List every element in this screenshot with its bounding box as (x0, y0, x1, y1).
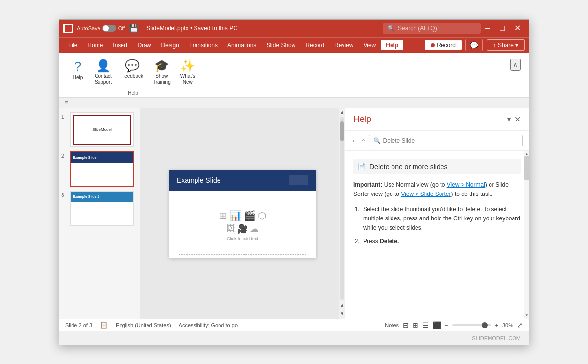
help-header: Help ▾ ✕ (345, 108, 529, 131)
slide-thumb-2: 2 Example Slide (61, 151, 138, 187)
slide-canvas[interactable]: Example Slide ⊞ 📊 🎬 ⬡ 🖼 (169, 170, 316, 258)
canvas-scroll-up-button[interactable]: ▲ (339, 108, 345, 116)
presenter-view-icon[interactable]: ⬛ (433, 321, 441, 329)
menu-bar-right: Record 💬 ↑ Share ▾ (425, 39, 525, 51)
help-header-controls: ▾ ✕ (507, 115, 521, 124)
ribbon-btn-help[interactable]: ? Help (67, 57, 89, 87)
slide-info: Slide 2 of 3 (65, 322, 92, 328)
help-close-button[interactable]: ✕ (514, 115, 521, 124)
zoom-thumb (482, 322, 488, 328)
notes-button[interactable]: Notes (385, 322, 399, 328)
zoom-in-icon[interactable]: + (495, 322, 498, 328)
search-input[interactable] (398, 25, 476, 32)
help-search-input[interactable] (383, 137, 518, 144)
fit-slide-icon[interactable]: ⤢ (517, 321, 523, 329)
menu-draw[interactable]: Draw (132, 40, 156, 50)
slide-preview-3[interactable]: Example Slide 2 (70, 191, 134, 226)
help-home-button[interactable]: ⌂ (361, 137, 365, 145)
zoom-slider[interactable] (452, 324, 491, 326)
view-sorter-link[interactable]: View > Slide Sorter (401, 191, 451, 197)
menu-help[interactable]: Help (381, 40, 403, 50)
help-search-box[interactable]: 🔍 (369, 135, 523, 146)
ribbon: ? Help 👤 ContactSupport 💬 Feedback � (59, 53, 529, 98)
canvas-scroll-down-button[interactable]: ▼ (339, 310, 345, 317)
help-body-text: Important: Use Normal view (go to View >… (353, 180, 521, 199)
ribbon-group-label: Help (128, 89, 138, 96)
ribbon-btn-whatsnew[interactable]: ✨ What'sNew (176, 57, 199, 87)
table-icon: ⊞ (219, 210, 227, 221)
normal-view-icon[interactable]: ⊟ (403, 321, 409, 329)
ribbon-content: ? Help 👤 ContactSupport 💬 Feedback � (67, 57, 199, 96)
zoom-out-icon[interactable]: − (445, 322, 448, 328)
menu-review[interactable]: Review (329, 40, 358, 50)
menu-design[interactable]: Design (156, 40, 184, 50)
maximize-button[interactable]: □ (496, 22, 509, 35)
share-button[interactable]: ↑ Share ▾ (487, 39, 525, 51)
search-icon: 🔍 (388, 25, 395, 32)
help-search-bar: ← ⌂ 🔍 (345, 131, 529, 151)
brand-text: SLIDEMODEL.COM (472, 335, 521, 341)
help-content-scrollbar[interactable]: ▲ ▼ (524, 151, 529, 319)
slide-sorter-icon[interactable]: ⊞ (413, 321, 418, 329)
help-back-button[interactable]: ← (351, 137, 358, 145)
menu-home[interactable]: Home (82, 40, 108, 50)
accessibility-indicator[interactable]: Accessibility: Good to go (179, 322, 238, 328)
canvas-scroll-track[interactable] (340, 117, 344, 300)
slide3-body (71, 202, 133, 225)
status-right: Notes ⊟ ⊞ ☰ ⬛ − + 30% ⤢ (385, 321, 523, 329)
title-bar: AutoSave Off 💾 SlideModel.pptx • Saved t… (59, 20, 529, 37)
status-bar: Slide 2 of 3 📋 English (United States) A… (59, 319, 529, 331)
menu-insert[interactable]: Insert (108, 40, 132, 50)
canvas-scroll-up2-button[interactable]: ▲ (339, 301, 345, 309)
ribbon-btn-contact[interactable]: 👤 ContactSupport (91, 57, 116, 87)
title-bar-controls: ─ □ ✕ (481, 22, 525, 35)
menu-record[interactable]: Record (300, 40, 329, 50)
ribbon-btn-feedback[interactable]: 💬 Feedback (118, 57, 147, 87)
slide-preview-2[interactable]: Example Slide (70, 151, 134, 187)
slide-canvas-body: ⊞ 📊 🎬 ⬡ 🖼 🎥 ☁ Click to add text (169, 191, 316, 258)
menu-slideshow[interactable]: Slide Show (261, 40, 300, 50)
language-indicator[interactable]: English (United States) (116, 322, 171, 328)
slide-num-1: 1 (61, 114, 67, 120)
menu-animations[interactable]: Animations (222, 40, 261, 50)
app-icon (63, 24, 73, 33)
content-placeholder[interactable]: ⊞ 📊 🎬 ⬡ 🖼 🎥 ☁ Click to add text (179, 196, 306, 255)
canvas-scroll-thumb[interactable] (340, 121, 344, 141)
save-icon[interactable]: 💾 (129, 24, 139, 33)
help-scroll-down-indicator: ▼ (524, 312, 529, 319)
help-important-label: Important: (353, 181, 382, 188)
minimize-button[interactable]: ─ (481, 22, 494, 35)
menu-transitions[interactable]: Transitions (184, 40, 222, 50)
share-icon: ↑ (493, 42, 496, 49)
ribbon-btn-training[interactable]: 🎓 ShowTraining (149, 57, 174, 87)
slide1-text: SlideModel (92, 127, 112, 132)
icon-icon: ☁ (250, 223, 259, 234)
view-normal-link[interactable]: View > Normal (447, 181, 485, 188)
autosave-toggle[interactable] (102, 25, 116, 32)
record-button[interactable]: Record (425, 40, 462, 50)
chart-icon: 📊 (229, 210, 242, 221)
comment-button[interactable]: 💬 (466, 39, 483, 51)
slide3-header-text: Example Slide 2 (73, 195, 99, 198)
autosave-state: Off (118, 25, 125, 31)
help-scrollbar-thumb[interactable] (524, 156, 529, 180)
whatsnew-icon: ✨ (180, 59, 195, 73)
share-chevron-icon: ▾ (515, 42, 518, 49)
ribbon-group-help: ? Help 👤 ContactSupport 💬 Feedback � (67, 57, 199, 96)
menu-view[interactable]: View (358, 40, 381, 50)
help-dropdown-button[interactable]: ▾ (507, 115, 511, 123)
qa-filter-button[interactable]: ≡ (63, 99, 70, 107)
menu-file[interactable]: File (63, 40, 82, 50)
slide-canvas-header: Example Slide (169, 170, 316, 191)
menu-bar: File Home Insert Draw Design Transitions… (59, 37, 529, 53)
slide-preview-1[interactable]: SlideModel (70, 112, 134, 147)
ribbon-collapse-button[interactable]: ∧ (510, 59, 521, 71)
document-title: SlideModel.pptx • Saved to this PC (147, 25, 238, 32)
reading-view-icon[interactable]: ☰ (422, 321, 429, 329)
slide-notes-icon: 📋 (100, 321, 108, 329)
search-bar[interactable]: 🔍 (383, 23, 481, 34)
placeholder-text[interactable]: Click to add text (227, 236, 258, 241)
video-icon: 🎥 (237, 223, 248, 234)
zoom-level: 30% (502, 322, 513, 328)
close-button[interactable]: ✕ (511, 22, 525, 35)
